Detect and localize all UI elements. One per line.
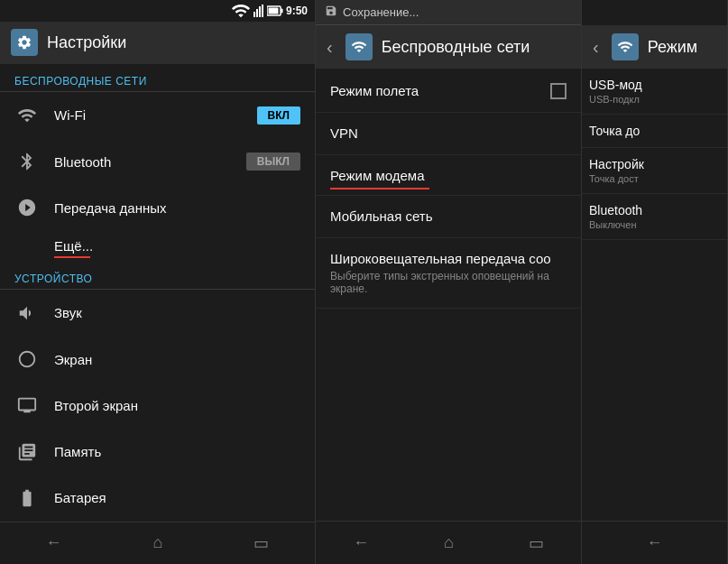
wifi-status-icon [231, 1, 251, 21]
back-button-3[interactable]: ← [632, 526, 677, 559]
svg-rect-2 [259, 6, 261, 17]
battery-svg [17, 488, 37, 508]
settings-hotspot-item[interactable]: Настройк Точка дост [582, 148, 727, 194]
modem-item[interactable]: Режим модема [316, 155, 581, 196]
settings-icon [16, 34, 32, 51]
memory-label: Память [54, 444, 300, 459]
vpn-item[interactable]: VPN [316, 113, 581, 155]
settings-hotspot-sub: Точка дост [589, 173, 720, 184]
back-arrow-3[interactable]: ‹ [593, 37, 599, 58]
sound-item[interactable]: Звук [0, 290, 315, 336]
svg-rect-5 [281, 8, 282, 13]
screen-item[interactable]: Экран [0, 336, 315, 382]
settings-app-icon [11, 29, 38, 56]
screen-icon [14, 349, 40, 369]
data-transfer-item[interactable]: Передача данных [0, 185, 315, 231]
data-svg [17, 198, 37, 217]
home-button-2[interactable]: ⌂ [429, 526, 468, 559]
wireless-app-icon [346, 33, 373, 60]
svg-rect-6 [268, 7, 278, 14]
recent-button-2[interactable]: ▭ [514, 526, 558, 560]
modem-underline [330, 188, 429, 190]
bluetooth-mode-sub: Выключен [589, 219, 720, 230]
second-screen-svg [17, 395, 37, 415]
settings-hotspot-title: Настройк [589, 157, 720, 171]
screen-label: Экран [54, 352, 300, 367]
memory-item[interactable]: Память [0, 429, 315, 475]
panel-mode: ‹ Режим USB-мод USB-подкл Точка до Настр… [582, 0, 728, 564]
home-button-1[interactable]: ⌂ [139, 526, 178, 559]
bluetooth-mode-item[interactable]: Bluetooth Выключен [582, 194, 727, 240]
hotspot-item[interactable]: Точка до [582, 115, 727, 148]
mobile-label: Мобильная сеть [330, 208, 433, 224]
wireless-header: ‹ Беспроводные сети [316, 25, 581, 69]
recent-button-1[interactable]: ▭ [239, 526, 283, 560]
screen-svg [17, 349, 37, 369]
bluetooth-toggle[interactable]: ВЫКЛ [246, 153, 300, 171]
battery-label: Батарея [54, 490, 300, 505]
sound-icon [14, 303, 40, 323]
signal-status-icon [253, 5, 264, 17]
section-wireless-header: БЕСПРОВОДНЫЕ СЕТИ [0, 64, 315, 91]
broadcast-label: Широковещательная передача соо [330, 251, 551, 266]
memory-svg [17, 442, 37, 462]
wifi-toggle[interactable]: ВКЛ [257, 106, 300, 125]
wifi-item[interactable]: Wi-Fi ВКЛ [0, 92, 315, 138]
second-screen-label: Второй экран [54, 398, 300, 413]
panel-wireless: Сохранение... ‹ Беспроводные сети Режим … [316, 0, 582, 564]
data-label: Передача данных [54, 200, 300, 216]
bluetooth-item[interactable]: Bluetooth ВЫКЛ [0, 138, 315, 184]
nav-bar-1: ← ⌂ ▭ [0, 522, 315, 564]
nav-bar-3: ← [582, 521, 727, 564]
more-item[interactable]: Ещё... [0, 231, 315, 262]
wifi-label: Wi-Fi [54, 107, 243, 123]
second-screen-icon [14, 395, 40, 415]
battery-status-icon [267, 5, 283, 17]
broadcast-sub: Выберите типы экстренных оповещений на э… [330, 270, 567, 295]
mobile-item[interactable]: Мобильная сеть [316, 196, 581, 238]
second-screen-item[interactable]: Второй экран [0, 383, 315, 429]
airplane-checkbox[interactable] [550, 83, 567, 99]
mode-header: ‹ Режим [582, 25, 727, 69]
svg-rect-3 [262, 5, 263, 17]
sound-svg [17, 303, 37, 323]
airplane-item[interactable]: Режим полета [316, 69, 581, 113]
modem-label: Режим модема [330, 168, 425, 183]
svg-rect-0 [253, 12, 255, 17]
save-svg [325, 5, 337, 17]
usb-mod-item[interactable]: USB-мод USB-подкл [582, 69, 727, 115]
wireless-title: Беспроводные сети [382, 38, 530, 57]
app-header: Настройки [0, 22, 315, 64]
saving-bar: Сохранение... [316, 0, 581, 25]
saving-text: Сохранение... [343, 5, 419, 19]
nav-bar-2: ← ⌂ ▭ [316, 521, 581, 564]
bluetooth-svg [17, 152, 37, 171]
airplane-label: Режим полета [330, 83, 550, 98]
section-device-header: УСТРОЙСТВО [0, 262, 315, 289]
back-button-2[interactable]: ← [338, 526, 383, 559]
mode-icon [617, 39, 633, 55]
battery-item[interactable]: Батарея [0, 475, 315, 521]
mode-title: Режим [648, 38, 698, 57]
back-arrow-2[interactable]: ‹ [327, 37, 333, 58]
bluetooth-mode-title: Bluetooth [589, 203, 720, 217]
bluetooth-icon [14, 152, 40, 171]
status-bar: 9:50 [0, 0, 315, 22]
wifi-icon [14, 106, 40, 125]
hotspot-title: Точка до [589, 124, 720, 138]
bluetooth-label: Bluetooth [54, 154, 232, 170]
data-icon [14, 198, 40, 217]
battery-item-icon [14, 488, 40, 508]
usb-mod-title: USB-мод [589, 78, 720, 92]
panel-settings: 9:50 Настройки БЕСПРОВОДНЫЕ СЕТИ Wi-Fi В… [0, 0, 316, 564]
panel3-spacer [582, 0, 727, 25]
status-time: 9:50 [286, 5, 308, 17]
usb-mod-sub: USB-подкл [589, 94, 720, 105]
memory-icon [14, 442, 40, 462]
wireless-icon [351, 39, 367, 55]
saving-icon [325, 5, 337, 20]
broadcast-item[interactable]: Широковещательная передача соо Выберите … [316, 238, 581, 309]
svg-rect-1 [256, 9, 258, 17]
back-button-1[interactable]: ← [32, 526, 77, 559]
wifi-svg [17, 106, 37, 125]
